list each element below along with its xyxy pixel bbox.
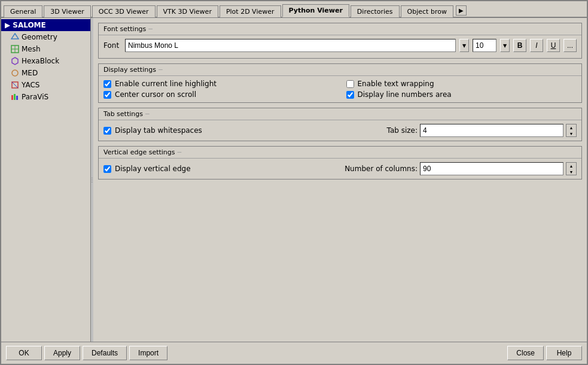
columns-input[interactable] [420, 162, 563, 175]
tab-size-up[interactable]: ▲ [566, 124, 576, 130]
sidebar-item-label: Mesh [22, 45, 41, 53]
font-size-input[interactable] [473, 39, 496, 52]
display-settings-content: Enable current line highlight Enable tex… [99, 76, 581, 102]
tab-size-label: Tab size: [387, 126, 418, 135]
tab-object-browser[interactable]: Object brow [401, 5, 453, 17]
font-settings-content: Font ▼ ▼ B I U ... [99, 35, 581, 58]
sidebar: ▶ SALOME Geometry [1, 18, 91, 342]
bottom-bar: OK Apply Defaults Import Close Help [1, 342, 587, 364]
font-label: Font [103, 41, 121, 50]
sidebar-item-mesh[interactable]: Mesh [1, 43, 90, 55]
font-underline-button[interactable]: U [547, 39, 560, 52]
display-vertical-edge-checkbox[interactable] [103, 165, 111, 173]
sidebar-item-label: Geometry [22, 33, 57, 41]
columns-label: Number of columns: [345, 165, 418, 173]
sidebar-item-yacs[interactable]: YACS [1, 79, 90, 91]
tab-size-down[interactable]: ▼ [566, 130, 576, 136]
med-icon [11, 69, 19, 77]
content-area: ▶ SALOME Geometry [1, 18, 587, 342]
columns-down[interactable]: ▼ [566, 169, 576, 175]
display-line-numbers-checkbox[interactable] [346, 91, 354, 99]
svg-rect-10 [16, 96, 18, 100]
tab-settings-label: Tab settings [103, 110, 143, 118]
sidebar-item-paravis[interactable]: ParaViS [1, 91, 90, 103]
svg-marker-0 [11, 34, 19, 39]
tab-general[interactable]: General [4, 5, 42, 17]
display-vertical-edge-row: Display vertical edge [103, 165, 191, 173]
display-settings-grid: Enable current line highlight Enable tex… [103, 80, 577, 99]
help-button[interactable]: Help [546, 346, 582, 360]
ok-button[interactable]: OK [6, 346, 42, 360]
display-settings-label: Display settings [103, 66, 156, 74]
svg-line-7 [12, 82, 18, 88]
defaults-button[interactable]: Defaults [83, 346, 127, 360]
font-more-button[interactable]: ... [563, 39, 577, 52]
sidebar-title: SALOME [13, 21, 46, 29]
sidebar-header: ▶ SALOME [1, 19, 90, 31]
sidebar-item-label: YACS [22, 81, 39, 89]
display-tab-whitespaces-row: Display tab whitespaces [103, 126, 202, 135]
tab-settings-row: Display tab whitespaces Tab size: ▲ ▼ [103, 124, 577, 137]
font-row: Font ▼ ▼ B I U ... [103, 39, 577, 52]
vertical-edge-settings-content: Display vertical edge Number of columns:… [99, 159, 581, 179]
sidebar-item-label: MED [22, 69, 38, 77]
display-tab-whitespaces-label: Display tab whitespaces [115, 126, 202, 135]
vertical-edge-row: Display vertical edge Number of columns:… [103, 162, 577, 175]
tab-size-input[interactable] [420, 124, 563, 137]
tab-bar: General 3D Viewer OCC 3D Viewer VTK 3D V… [1, 1, 587, 18]
tab-vtk-3d-viewer[interactable]: VTK 3D Viewer [157, 5, 218, 17]
font-bold-button[interactable]: B [513, 39, 526, 52]
svg-marker-4 [12, 57, 18, 65]
mesh-icon [11, 45, 19, 53]
enable-line-highlight-label: Enable current line highlight [115, 80, 217, 88]
tab-3d-viewer[interactable]: 3D Viewer [44, 5, 90, 17]
sidebar-item-med[interactable]: MED [1, 67, 90, 79]
hexablock-icon [11, 57, 19, 65]
tab-settings-section: Tab settings Display tab whitespaces Tab… [98, 108, 582, 141]
font-name-dropdown[interactable]: ▼ [459, 39, 469, 52]
vertical-edge-settings-label: Vertical edge settings [103, 148, 175, 156]
font-size-dropdown[interactable]: ▼ [500, 39, 510, 52]
columns-up[interactable]: ▲ [566, 163, 576, 169]
paravis-icon [11, 93, 19, 101]
tab-directories[interactable]: Directories [351, 5, 400, 17]
main-panel: Font settings Font ▼ ▼ B I U ... [93, 18, 587, 342]
svg-rect-9 [14, 94, 16, 100]
bottom-right-buttons: Close Help [507, 346, 582, 360]
center-cursor-label: Center cursor on scroll [115, 90, 196, 99]
main-window: General 3D Viewer OCC 3D Viewer VTK 3D V… [0, 0, 588, 365]
font-name-input[interactable] [125, 39, 456, 52]
tab-overflow-button[interactable]: ▶ [456, 5, 467, 16]
tab-settings-header: Tab settings [99, 108, 581, 120]
font-settings-section: Font settings Font ▼ ▼ B I U ... [98, 23, 582, 59]
tab-settings-content: Display tab whitespaces Tab size: ▲ ▼ [99, 120, 581, 141]
font-italic-button[interactable]: I [530, 39, 543, 52]
center-cursor-checkbox[interactable] [103, 91, 111, 99]
display-tab-whitespaces-checkbox[interactable] [103, 127, 111, 135]
enable-text-wrapping-label: Enable text wrapping [358, 80, 434, 88]
bottom-left-buttons: OK Apply Defaults Import [6, 346, 167, 360]
enable-text-wrapping-row: Enable text wrapping [346, 80, 577, 88]
enable-line-highlight-checkbox[interactable] [103, 80, 111, 88]
svg-rect-8 [11, 95, 13, 100]
yacs-icon [11, 81, 19, 89]
display-settings-section: Display settings Enable current line hig… [98, 63, 582, 103]
sidebar-item-hexablock[interactable]: HexaBlock [1, 55, 90, 67]
close-button[interactable]: Close [507, 346, 544, 360]
vertical-edge-settings-header: Vertical edge settings [99, 147, 581, 159]
display-line-numbers-label: Display line numbers area [358, 90, 452, 99]
import-button[interactable]: Import [129, 346, 167, 360]
vertical-edge-settings-section: Vertical edge settings Display vertical … [98, 146, 582, 180]
enable-line-highlight-row: Enable current line highlight [103, 80, 334, 88]
tab-plot-2d-viewer[interactable]: Plot 2D Viewer [220, 5, 281, 17]
geometry-icon [11, 33, 19, 41]
tab-occ-3d-viewer[interactable]: OCC 3D Viewer [92, 5, 156, 17]
font-settings-label: Font settings [103, 25, 146, 33]
apply-button[interactable]: Apply [44, 346, 80, 360]
display-line-numbers-row: Display line numbers area [346, 90, 577, 99]
columns-container: Number of columns: ▲ ▼ [345, 162, 577, 175]
font-settings-header: Font settings [99, 23, 581, 35]
enable-text-wrapping-checkbox[interactable] [346, 80, 354, 88]
tab-python-viewer[interactable]: Python Viewer [282, 4, 349, 17]
sidebar-item-geometry[interactable]: Geometry [1, 31, 90, 43]
